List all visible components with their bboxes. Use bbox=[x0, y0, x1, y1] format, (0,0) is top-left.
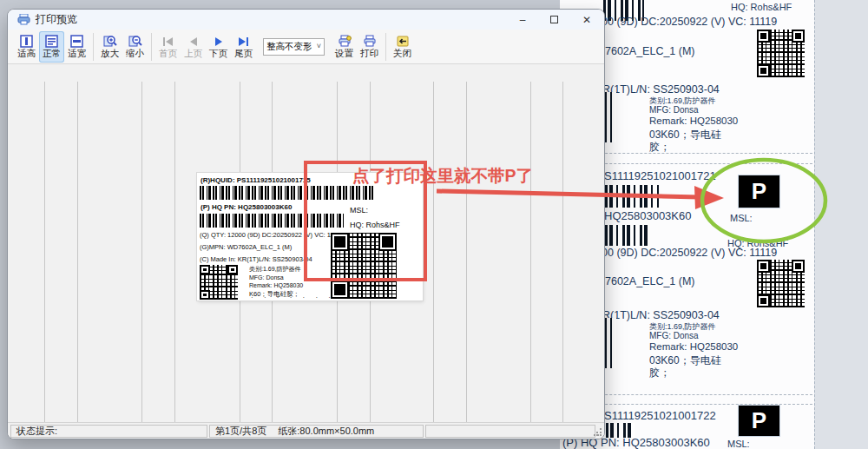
preview-hq: HQ: Rohs&HF bbox=[350, 221, 400, 229]
preview-area[interactable]: (R)HQUID: PS11119251021001715 (P) HQ PN:… bbox=[8, 64, 604, 422]
label-lot-line: R(1T)L/N: SS250903-04 bbox=[602, 83, 720, 96]
close-preview-button[interactable]: 关闭 bbox=[390, 31, 415, 63]
status-label: 状态提示: bbox=[16, 425, 57, 438]
fit-height-icon bbox=[20, 35, 33, 48]
label-qty-line: 00 (9D) DC:20250922 (V) VC: 11119 bbox=[602, 247, 777, 259]
preview-line-madein: (C) Made In: KR(1T)L/N: SS250903-04 bbox=[200, 255, 312, 263]
preview-line-qty: (Q) QTY: 12000 (9D) DC:20250922 (V) VC: … bbox=[200, 231, 344, 239]
status-panel: 状态提示: bbox=[10, 425, 207, 438]
first-page-icon bbox=[161, 36, 175, 48]
preview-msl: MSL: bbox=[350, 206, 368, 215]
label-serial: S11119251021001722 bbox=[604, 409, 716, 422]
toolbar-separator bbox=[151, 33, 152, 61]
qr-code bbox=[757, 260, 805, 307]
settings-printer-icon bbox=[338, 35, 352, 48]
prev-page-button[interactable]: 上页 bbox=[181, 31, 206, 63]
zoom-in-button[interactable]: 放大 bbox=[97, 31, 122, 63]
barcode bbox=[200, 186, 375, 200]
toolbar: 适高 正常 适宽 放大 缩小 首页 bbox=[8, 30, 604, 64]
scale-mode-dropdown[interactable]: 整高不变形 ˅ bbox=[263, 38, 325, 56]
barcode-fragment bbox=[605, 185, 659, 208]
last-page-button[interactable]: 尾页 bbox=[231, 31, 256, 63]
barcode-fragment bbox=[605, 225, 648, 246]
label-mpn-line: 7602A_ELC_1 (M) bbox=[605, 275, 695, 287]
zoom-in-icon bbox=[103, 35, 117, 48]
label-remark: Remark: HQ258030 bbox=[649, 116, 738, 126]
label-lot-line: R(1T)L/N: SS250903-04 bbox=[602, 309, 720, 321]
preview-line-mpn: (G)MPN: WD7602A_ELC_1 (M) bbox=[200, 243, 292, 251]
label-mfg: MFG: Donsa bbox=[649, 105, 699, 115]
settings-button[interactable]: 设置 bbox=[332, 31, 357, 63]
screenshot-root: HQ: Rohs&HF 00 (9D) DC:20250922 (V) VC: … bbox=[0, 0, 868, 449]
label-remark3: 胶； bbox=[649, 366, 670, 380]
zoom-out-button[interactable]: 缩小 bbox=[122, 31, 148, 63]
title-bar[interactable]: 打印预览 – ✕ bbox=[8, 10, 604, 30]
status-panel bbox=[425, 425, 595, 438]
page-info: 第1页/共8页 bbox=[215, 425, 266, 438]
page-edge-line bbox=[44, 82, 45, 422]
page-edge-line bbox=[141, 82, 142, 422]
barcode bbox=[200, 214, 344, 228]
label-msl: MSL: bbox=[727, 439, 750, 449]
page-panel: 第1页/共8页 纸张:80.0mm×50.0mm bbox=[209, 425, 424, 438]
maximize-button[interactable] bbox=[538, 10, 569, 30]
label-serial: S11119251021001721 bbox=[604, 169, 716, 182]
last-page-icon bbox=[237, 36, 251, 48]
fit-height-button[interactable]: 适高 bbox=[14, 31, 39, 63]
label-qty-line: 00 (9D) DC:20250922 (V) VC: 11119 bbox=[602, 16, 777, 28]
exit-icon bbox=[396, 35, 410, 48]
maximize-icon bbox=[550, 16, 558, 23]
chevron-down-icon: ˅ bbox=[317, 42, 321, 50]
next-page-icon bbox=[212, 36, 226, 48]
label-pn: HQ25803003K60 bbox=[604, 209, 691, 222]
next-page-button[interactable]: 下页 bbox=[206, 31, 231, 63]
print-preview-window: 打印预览 – ✕ 适高 正常 适宽 放大 bbox=[7, 9, 605, 439]
label-mfg: MFG: Donsa bbox=[649, 331, 699, 340]
status-bar: 状态提示: 第1页/共8页 纸张:80.0mm×50.0mm bbox=[8, 422, 604, 439]
toolbar-separator bbox=[93, 33, 94, 61]
close-window-button[interactable]: ✕ bbox=[571, 10, 602, 30]
page-edge-line bbox=[466, 82, 467, 422]
zoom-out-icon bbox=[128, 35, 142, 48]
preview-line-pn: (P) HQ PN: HQ25803003K60 bbox=[201, 203, 292, 211]
toolbar-separator bbox=[385, 33, 386, 61]
fit-width-button[interactable]: 适宽 bbox=[64, 31, 89, 63]
printer-icon bbox=[17, 14, 30, 25]
first-page-button[interactable]: 首页 bbox=[155, 31, 181, 63]
label-hq-text: HQ: Rohs&HF bbox=[731, 2, 792, 12]
preview-label-page: (R)HQUID: PS11119251021001715 (P) HQ PN:… bbox=[197, 173, 423, 300]
page-edge-line bbox=[77, 82, 78, 422]
qr-code bbox=[757, 30, 805, 77]
page-edge-line bbox=[562, 82, 563, 422]
qr-code bbox=[331, 233, 397, 299]
normal-view-icon bbox=[45, 35, 58, 48]
fit-width-icon bbox=[70, 35, 83, 48]
page-edge-line bbox=[530, 82, 531, 422]
page-edge-line bbox=[433, 82, 434, 422]
qr-code bbox=[200, 265, 238, 300]
label-remark: Remark: HQ258030 bbox=[649, 341, 738, 352]
minimize-button[interactable]: – bbox=[507, 10, 538, 30]
prev-page-icon bbox=[187, 36, 201, 48]
window-title: 打印预览 bbox=[36, 12, 77, 27]
p-mark: P bbox=[739, 175, 779, 208]
print-button[interactable]: 打印 bbox=[357, 31, 382, 63]
resize-grip[interactable] bbox=[594, 428, 602, 436]
sheet-right-margin bbox=[814, 0, 868, 449]
print-icon bbox=[363, 35, 377, 48]
paper-info: 纸张:80.0mm×50.0mm bbox=[278, 425, 374, 438]
normal-view-button[interactable]: 正常 bbox=[39, 31, 64, 63]
preview-line-hquid: (R)HQUID: PS11119251021001715 bbox=[201, 176, 311, 184]
page-edge-line bbox=[174, 82, 175, 422]
label-mpn-line: 7602A_ELC_1 (M) bbox=[605, 45, 695, 57]
label-msl: MSL: bbox=[730, 213, 753, 223]
scale-mode-value: 整高不变形 bbox=[266, 41, 312, 53]
p-mark: P bbox=[739, 406, 779, 436]
